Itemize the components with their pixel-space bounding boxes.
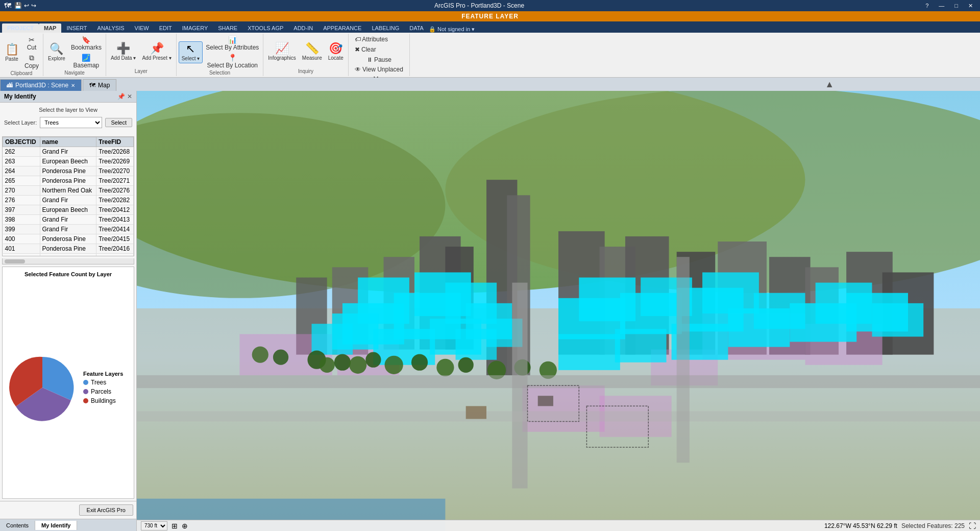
contents-tab[interactable]: Contents bbox=[0, 521, 35, 530]
table-row[interactable]: 401Ponderosa PineTree/20416 bbox=[3, 244, 134, 254]
legend-title: Feature Layers bbox=[83, 371, 123, 377]
select-icon: ↖ bbox=[186, 43, 195, 55]
tab-labeling[interactable]: LABELING bbox=[366, 23, 404, 33]
tab-project[interactable]: PROJECT bbox=[2, 23, 39, 33]
tab-data[interactable]: DATA bbox=[404, 23, 429, 33]
table-row[interactable]: 265Ponderosa PineTree/20271 bbox=[3, 176, 134, 186]
table-row[interactable]: 400Ponderosa PineTree/20415 bbox=[3, 234, 134, 244]
tab-map[interactable]: MAP bbox=[39, 23, 61, 33]
legend-label-parcels: Parcels bbox=[91, 388, 111, 395]
table-cell-treefid: Tree/20282 bbox=[96, 196, 134, 205]
attributes-btn[interactable]: 🏷 Attributes bbox=[353, 35, 390, 44]
table-row[interactable]: 264Ponderosa PineTree/20270 bbox=[3, 166, 134, 176]
table-row[interactable]: 397European BeechTree/20412 bbox=[3, 205, 134, 215]
copy-btn[interactable]: ⧉ Copy bbox=[22, 53, 41, 70]
tab-edit[interactable]: EDIT bbox=[154, 23, 177, 33]
add-data-btn[interactable]: ➕ Add Data ▾ bbox=[108, 41, 138, 62]
svg-point-63 bbox=[458, 357, 474, 373]
navigation-icons[interactable]: ⊕ bbox=[182, 522, 188, 530]
table-cell-name: Grand Fir bbox=[40, 225, 96, 234]
table-row[interactable]: 270Northern Red OakTree/20276 bbox=[3, 186, 134, 196]
select-btn[interactable]: ↖ Select ▾ bbox=[179, 41, 203, 63]
map-tab[interactable]: 🗺 Map bbox=[83, 79, 116, 91]
panel-bottom: Exit ArcGIS Pro bbox=[0, 501, 136, 519]
svg-point-57 bbox=[334, 354, 351, 371]
panel-close-btn[interactable]: ✕ bbox=[127, 93, 132, 100]
measure-btn[interactable]: 📏 Measure bbox=[300, 41, 325, 62]
clear-btn[interactable]: ✖ Clear bbox=[353, 45, 378, 54]
inquiry-label: Inquiry bbox=[298, 68, 313, 75]
tab-view[interactable]: VIEW bbox=[130, 23, 154, 33]
col-name: name bbox=[40, 137, 96, 147]
undo-icon[interactable]: ↩ bbox=[24, 2, 29, 9]
add-preset-icon: 📌 bbox=[150, 43, 164, 54]
redo-icon[interactable]: ↪ bbox=[31, 2, 36, 9]
select-by-loc-icon: 📍 bbox=[228, 54, 237, 62]
my-identify-tab[interactable]: My Identify bbox=[35, 521, 77, 530]
scene-tab[interactable]: 🏙 Portland3D : Scene ✕ bbox=[0, 79, 82, 91]
feature-layer-banner: FEATURE LAYER bbox=[0, 11, 980, 21]
help-btn[interactable]: ? bbox=[922, 3, 932, 9]
window-controls: ? — □ ✕ bbox=[922, 3, 976, 9]
svg-rect-36 bbox=[311, 324, 353, 354]
tab-share[interactable]: SHARE bbox=[213, 23, 242, 33]
table-body: 262Grand FirTree/20268263European BeechT… bbox=[3, 147, 134, 257]
expand-btn[interactable]: ⛶ bbox=[969, 522, 976, 530]
svg-rect-26 bbox=[522, 385, 604, 432]
basemap-icon: 🗾 bbox=[82, 54, 90, 62]
attributes-table-container[interactable]: OBJECTID name TreeFID 262Grand FirTree/2… bbox=[2, 136, 134, 256]
basemap-btn[interactable]: 🗾 Basemap bbox=[69, 53, 104, 70]
scale-selector[interactable]: 730 ft 1 mi 5 mi bbox=[141, 521, 167, 530]
svg-point-56 bbox=[320, 357, 335, 373]
legend-trees: Trees bbox=[83, 379, 123, 386]
table-row[interactable]: 276Grand FirTree/20282 bbox=[3, 196, 134, 205]
table-row[interactable]: 402Northern Red OakTree/20417 bbox=[3, 254, 134, 257]
select-by-attr-icon: 📊 bbox=[228, 36, 237, 44]
explore-btn[interactable]: 🔍 Explore bbox=[45, 42, 68, 63]
tab-collapse-btn[interactable]: ▲ bbox=[822, 78, 837, 91]
bookmarks-btn[interactable]: 🔖 Bookmarks bbox=[69, 35, 104, 52]
table-cell-objectid: 397 bbox=[3, 205, 40, 215]
layer-select[interactable]: Trees Parcels Buildings bbox=[40, 117, 102, 128]
maximize-btn[interactable]: □ bbox=[951, 3, 961, 9]
infographics-btn[interactable]: 📈 Infographics bbox=[265, 41, 298, 62]
exit-btn[interactable]: Exit ArcGIS Pro bbox=[79, 504, 133, 516]
select-by-location-btn[interactable]: 📍 Select By Location bbox=[204, 53, 261, 70]
ribbon-spacer bbox=[410, 34, 980, 76]
minimize-btn[interactable]: — bbox=[936, 3, 947, 9]
tab-appearance[interactable]: APPEARANCE bbox=[318, 23, 366, 33]
scene-tab-close[interactable]: ✕ bbox=[71, 83, 75, 88]
svg-rect-70 bbox=[137, 375, 980, 388]
pause-btn[interactable]: ⏸ Pause bbox=[353, 55, 405, 64]
table-row[interactable]: 399Grand FirTree/20414 bbox=[3, 225, 134, 234]
table-cell-treefid: Tree/20417 bbox=[96, 254, 134, 257]
locate-btn[interactable]: 🎯 Locate bbox=[326, 41, 346, 62]
ribbon-group-navigate: 🔍 Explore 🔖 Bookmarks 🗾 Basemap Navigate bbox=[43, 34, 106, 76]
table-scrollbar[interactable] bbox=[2, 258, 134, 264]
tab-insert[interactable]: INSERT bbox=[61, 23, 92, 33]
svg-rect-71 bbox=[137, 411, 980, 421]
attributes-table: OBJECTID name TreeFID 262Grand FirTree/2… bbox=[3, 137, 134, 256]
table-cell-treefid: Tree/20276 bbox=[96, 186, 134, 196]
panel-pin-btn[interactable]: 📌 bbox=[117, 93, 125, 100]
tab-imagery[interactable]: IMAGERY bbox=[177, 23, 213, 33]
table-cell-objectid: 401 bbox=[3, 244, 40, 254]
tab-xtools[interactable]: XTOOLS AGP bbox=[242, 23, 288, 33]
table-row[interactable]: 262Grand FirTree/20268 bbox=[3, 147, 134, 157]
close-btn[interactable]: ✕ bbox=[965, 3, 976, 9]
table-cell-name: European Beech bbox=[40, 157, 96, 166]
tab-addin[interactable]: ADD-IN bbox=[288, 23, 318, 33]
map-area[interactable]: 730 ft 1 mi 5 mi ⊞ ⊕ 122.67°W 45.53°N 62… bbox=[137, 91, 980, 531]
select-by-attributes-btn[interactable]: 📊 Select By Attributes bbox=[204, 35, 261, 52]
cut-btn[interactable]: ✂ Cut bbox=[22, 35, 41, 52]
table-cell-objectid: 400 bbox=[3, 234, 40, 244]
select-layer-btn[interactable]: Select bbox=[105, 118, 132, 127]
table-row[interactable]: 398Grand FirTree/20413 bbox=[3, 215, 134, 225]
add-preset-btn[interactable]: 📌 Add Preset ▾ bbox=[139, 41, 174, 62]
paste-btn[interactable]: 📋 Paste bbox=[2, 42, 21, 63]
table-row[interactable]: 263European BeechTree/20269 bbox=[3, 157, 134, 166]
tab-analysis[interactable]: ANALYSIS bbox=[92, 23, 130, 33]
scale-icons[interactable]: ⊞ bbox=[172, 522, 178, 530]
save-icon[interactable]: 💾 bbox=[14, 2, 22, 9]
view-unplaced-btn[interactable]: 👁 View Unplaced bbox=[353, 65, 405, 74]
